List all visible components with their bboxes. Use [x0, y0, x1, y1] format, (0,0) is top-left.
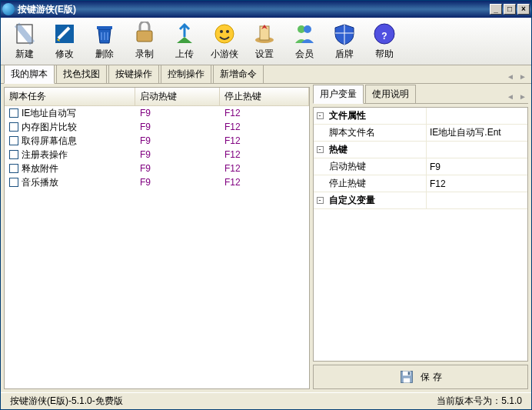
edit-button[interactable]: 修改: [45, 20, 84, 63]
prop-start-hotkey[interactable]: 启动热键 F9: [314, 158, 527, 175]
window-title: 按键游侠(E版): [18, 3, 490, 16]
main-tabs: 我的脚本找色找图按键操作控制操作新增命令 ◄ ►: [1, 65, 531, 84]
tab-新增命令[interactable]: 新增命令: [213, 65, 264, 83]
script-list-pane: 脚本任务 启动热键 停止热键 IE地址自动写F9F12内存图片比较F9F12取得…: [4, 87, 310, 389]
prop-stop-hotkey[interactable]: 停止热键 F12: [314, 175, 527, 192]
mini-icon: [212, 22, 237, 46]
tab-我的脚本[interactable]: 我的脚本: [4, 65, 55, 84]
start-hotkey: F9: [135, 162, 220, 175]
start-hotkey: F9: [135, 148, 220, 161]
tab-控制操作[interactable]: 控制操作: [161, 65, 211, 83]
right-tab-用户变量[interactable]: 用户变量: [313, 85, 364, 104]
property-grid: - 文件属性 脚本文件名 IE地址自动写.Ent - 热键 启动热键 F9: [313, 107, 528, 362]
start-hotkey: F9: [135, 121, 220, 133]
checkbox[interactable]: [9, 164, 18, 173]
script-row[interactable]: 注册表操作F9F12: [5, 148, 309, 162]
member-icon: [292, 22, 317, 46]
mini-button[interactable]: 小游侠: [205, 20, 244, 63]
prop-filename[interactable]: 脚本文件名 IE地址自动写.Ent: [314, 125, 527, 142]
maximize-button[interactable]: □: [504, 4, 516, 15]
new-button[interactable]: 新建: [5, 20, 44, 63]
prop-cat-file[interactable]: - 文件属性: [314, 108, 527, 125]
main-area: 脚本任务 启动热键 停止热键 IE地址自动写F9F12内存图片比较F9F12取得…: [1, 84, 531, 392]
shield-icon: [332, 22, 357, 46]
save-button[interactable]: 保 存: [421, 371, 441, 384]
toolbar: 新建修改删除录制上传小游侠设置会员盾牌?帮助: [1, 18, 531, 65]
collapse-icon[interactable]: -: [317, 146, 324, 153]
script-row[interactable]: 取得屏幕信息F9F12: [5, 134, 309, 148]
settings-icon: [252, 22, 277, 46]
script-name: 释放附件: [22, 162, 58, 175]
upload-icon: [172, 22, 197, 46]
col-stop[interactable]: 停止热键: [220, 88, 309, 105]
status-left: 按键游侠(E版)-5.1.0-免费版: [10, 395, 437, 408]
status-bar: 按键游侠(E版)-5.1.0-免费版 当前版本号为：5.1.0: [1, 392, 531, 409]
checkbox[interactable]: [9, 108, 18, 118]
stop-hotkey: F12: [220, 121, 309, 133]
tab-找色找图[interactable]: 找色找图: [56, 65, 107, 83]
script-row[interactable]: 音乐播放F9F12: [5, 175, 309, 189]
script-row[interactable]: 释放附件F9F12: [5, 162, 309, 175]
checkbox[interactable]: [9, 122, 18, 132]
script-name: 注册表操作: [22, 148, 68, 162]
rtab-prev-icon[interactable]: ◄: [505, 91, 516, 102]
record-icon: [132, 22, 157, 46]
new-icon: [12, 22, 37, 46]
save-bar: 保 存: [313, 365, 528, 389]
list-header: 脚本任务 启动热键 停止热键: [5, 88, 309, 106]
collapse-icon[interactable]: -: [317, 197, 324, 204]
checkbox[interactable]: [9, 136, 18, 145]
app-icon: [2, 3, 15, 15]
save-icon: [399, 369, 414, 385]
upload-button[interactable]: 上传: [165, 20, 204, 63]
svg-rect-4: [137, 31, 152, 42]
right-tabs: 用户变量使用说明 ◄ ►: [313, 87, 528, 104]
list-body: IE地址自动写F9F12内存图片比较F9F12取得屏幕信息F9F12注册表操作F…: [5, 106, 309, 388]
right-pane: 用户变量使用说明 ◄ ► - 文件属性 脚本文件名 IE地址自动写.Ent - …: [313, 87, 528, 389]
checkbox[interactable]: [9, 178, 18, 187]
minimize-button[interactable]: _: [490, 4, 502, 15]
rtab-next-icon[interactable]: ►: [517, 91, 528, 102]
start-hotkey: F9: [135, 107, 220, 119]
record-button[interactable]: 录制: [125, 20, 164, 63]
delete-button[interactable]: 删除: [85, 20, 124, 63]
svg-point-6: [220, 30, 223, 33]
start-hotkey: F9: [135, 176, 220, 188]
col-task[interactable]: 脚本任务: [5, 88, 135, 105]
status-right: 当前版本号为：5.1.0: [437, 395, 522, 408]
stop-hotkey: F12: [220, 148, 309, 161]
help-icon: ?: [372, 22, 397, 46]
close-button[interactable]: ×: [517, 4, 530, 15]
stop-hotkey: F12: [220, 135, 309, 147]
edit-icon: [52, 22, 77, 46]
member-button[interactable]: 会员: [285, 20, 324, 63]
script-name: IE地址自动写: [22, 107, 76, 120]
shield-button[interactable]: 盾牌: [325, 20, 364, 63]
prop-cat-custom[interactable]: - 自定义变量: [314, 192, 527, 209]
start-hotkey: F9: [135, 135, 220, 147]
checkbox[interactable]: [9, 150, 18, 159]
prop-cat-hotkey[interactable]: - 热键: [314, 142, 527, 158]
right-tab-使用说明[interactable]: 使用说明: [365, 85, 416, 103]
settings-button[interactable]: 设置: [245, 20, 284, 63]
tab-按键操作[interactable]: 按键操作: [108, 65, 159, 83]
script-name: 取得屏幕信息: [22, 135, 77, 148]
collapse-icon[interactable]: -: [317, 112, 324, 119]
script-row[interactable]: IE地址自动写F9F12: [5, 106, 309, 120]
svg-rect-17: [408, 372, 411, 375]
stop-hotkey: F12: [220, 162, 309, 175]
svg-rect-16: [404, 378, 410, 383]
svg-rect-3: [97, 26, 112, 29]
svg-point-5: [215, 25, 234, 43]
script-row[interactable]: 内存图片比较F9F12: [5, 120, 309, 134]
col-start[interactable]: 启动热键: [135, 88, 220, 105]
stop-hotkey: F12: [220, 107, 309, 119]
tab-prev-icon[interactable]: ◄: [505, 71, 516, 82]
script-name: 内存图片比较: [22, 121, 77, 134]
title-bar: 按键游侠(E版) _ □ ×: [1, 1, 531, 18]
help-button[interactable]: ?帮助: [365, 20, 404, 63]
svg-point-7: [226, 30, 229, 33]
stop-hotkey: F12: [220, 176, 309, 188]
svg-rect-9: [260, 26, 269, 40]
tab-next-icon[interactable]: ►: [517, 71, 528, 82]
